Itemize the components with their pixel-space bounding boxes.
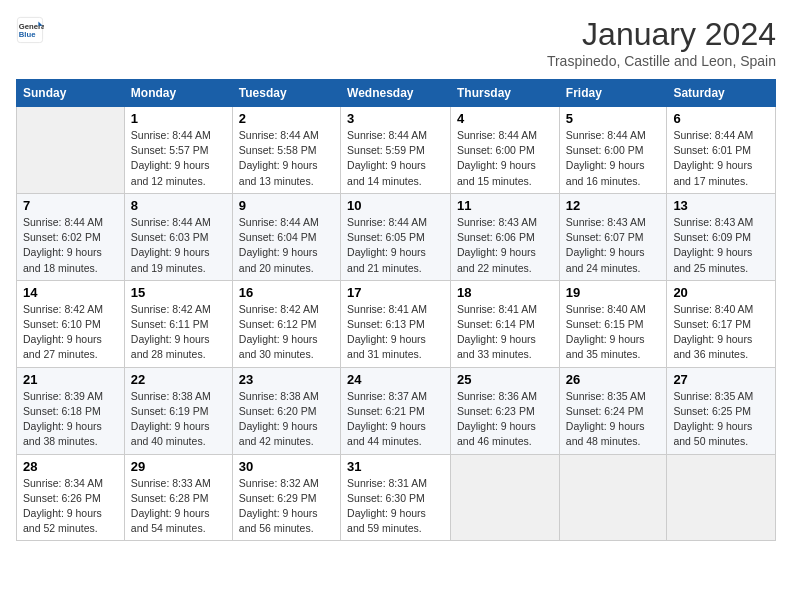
month-title: January 2024 (547, 16, 776, 53)
day-info: Sunrise: 8:41 AMSunset: 6:14 PMDaylight:… (457, 302, 553, 363)
day-number: 1 (131, 111, 226, 126)
day-number: 12 (566, 198, 661, 213)
day-number: 5 (566, 111, 661, 126)
day-cell: 31 Sunrise: 8:31 AMSunset: 6:30 PMDaylig… (341, 454, 451, 541)
day-number: 18 (457, 285, 553, 300)
day-cell: 19 Sunrise: 8:40 AMSunset: 6:15 PMDaylig… (559, 280, 667, 367)
day-info: Sunrise: 8:42 AMSunset: 6:11 PMDaylight:… (131, 302, 226, 363)
day-cell: 8 Sunrise: 8:44 AMSunset: 6:03 PMDayligh… (124, 193, 232, 280)
svg-text:General: General (19, 22, 44, 31)
day-info: Sunrise: 8:39 AMSunset: 6:18 PMDaylight:… (23, 389, 118, 450)
day-cell: 9 Sunrise: 8:44 AMSunset: 6:04 PMDayligh… (232, 193, 340, 280)
day-cell: 20 Sunrise: 8:40 AMSunset: 6:17 PMDaylig… (667, 280, 776, 367)
day-cell: 24 Sunrise: 8:37 AMSunset: 6:21 PMDaylig… (341, 367, 451, 454)
day-cell: 14 Sunrise: 8:42 AMSunset: 6:10 PMDaylig… (17, 280, 125, 367)
day-number: 30 (239, 459, 334, 474)
day-number: 7 (23, 198, 118, 213)
day-cell (559, 454, 667, 541)
day-info: Sunrise: 8:36 AMSunset: 6:23 PMDaylight:… (457, 389, 553, 450)
header-cell-friday: Friday (559, 80, 667, 107)
day-cell: 18 Sunrise: 8:41 AMSunset: 6:14 PMDaylig… (451, 280, 560, 367)
day-number: 10 (347, 198, 444, 213)
day-number: 15 (131, 285, 226, 300)
day-cell: 23 Sunrise: 8:38 AMSunset: 6:20 PMDaylig… (232, 367, 340, 454)
day-number: 31 (347, 459, 444, 474)
location-subtitle: Traspinedo, Castille and Leon, Spain (547, 53, 776, 69)
day-cell (667, 454, 776, 541)
day-number: 6 (673, 111, 769, 126)
day-info: Sunrise: 8:44 AMSunset: 6:01 PMDaylight:… (673, 128, 769, 189)
week-row-4: 21 Sunrise: 8:39 AMSunset: 6:18 PMDaylig… (17, 367, 776, 454)
title-area: January 2024 Traspinedo, Castille and Le… (547, 16, 776, 69)
day-cell: 22 Sunrise: 8:38 AMSunset: 6:19 PMDaylig… (124, 367, 232, 454)
day-info: Sunrise: 8:44 AMSunset: 5:57 PMDaylight:… (131, 128, 226, 189)
day-cell: 13 Sunrise: 8:43 AMSunset: 6:09 PMDaylig… (667, 193, 776, 280)
day-number: 20 (673, 285, 769, 300)
week-row-1: 1 Sunrise: 8:44 AMSunset: 5:57 PMDayligh… (17, 107, 776, 194)
day-info: Sunrise: 8:37 AMSunset: 6:21 PMDaylight:… (347, 389, 444, 450)
day-info: Sunrise: 8:40 AMSunset: 6:17 PMDaylight:… (673, 302, 769, 363)
day-info: Sunrise: 8:32 AMSunset: 6:29 PMDaylight:… (239, 476, 334, 537)
day-number: 23 (239, 372, 334, 387)
day-cell: 7 Sunrise: 8:44 AMSunset: 6:02 PMDayligh… (17, 193, 125, 280)
day-number: 28 (23, 459, 118, 474)
day-number: 17 (347, 285, 444, 300)
day-cell: 21 Sunrise: 8:39 AMSunset: 6:18 PMDaylig… (17, 367, 125, 454)
calendar-table: SundayMondayTuesdayWednesdayThursdayFrid… (16, 79, 776, 541)
day-cell: 29 Sunrise: 8:33 AMSunset: 6:28 PMDaylig… (124, 454, 232, 541)
day-info: Sunrise: 8:35 AMSunset: 6:25 PMDaylight:… (673, 389, 769, 450)
day-cell (451, 454, 560, 541)
day-info: Sunrise: 8:44 AMSunset: 6:05 PMDaylight:… (347, 215, 444, 276)
day-number: 13 (673, 198, 769, 213)
day-cell (17, 107, 125, 194)
day-cell: 17 Sunrise: 8:41 AMSunset: 6:13 PMDaylig… (341, 280, 451, 367)
logo-icon: General Blue (16, 16, 44, 44)
day-cell: 1 Sunrise: 8:44 AMSunset: 5:57 PMDayligh… (124, 107, 232, 194)
day-cell: 16 Sunrise: 8:42 AMSunset: 6:12 PMDaylig… (232, 280, 340, 367)
day-number: 4 (457, 111, 553, 126)
day-cell: 4 Sunrise: 8:44 AMSunset: 6:00 PMDayligh… (451, 107, 560, 194)
day-number: 21 (23, 372, 118, 387)
day-info: Sunrise: 8:43 AMSunset: 6:06 PMDaylight:… (457, 215, 553, 276)
day-cell: 3 Sunrise: 8:44 AMSunset: 5:59 PMDayligh… (341, 107, 451, 194)
day-cell: 6 Sunrise: 8:44 AMSunset: 6:01 PMDayligh… (667, 107, 776, 194)
day-cell: 11 Sunrise: 8:43 AMSunset: 6:06 PMDaylig… (451, 193, 560, 280)
day-info: Sunrise: 8:44 AMSunset: 6:04 PMDaylight:… (239, 215, 334, 276)
logo: General Blue (16, 16, 44, 44)
day-number: 29 (131, 459, 226, 474)
header-cell-saturday: Saturday (667, 80, 776, 107)
day-info: Sunrise: 8:44 AMSunset: 5:58 PMDaylight:… (239, 128, 334, 189)
day-number: 2 (239, 111, 334, 126)
day-info: Sunrise: 8:35 AMSunset: 6:24 PMDaylight:… (566, 389, 661, 450)
header-cell-tuesday: Tuesday (232, 80, 340, 107)
svg-text:Blue: Blue (19, 30, 36, 39)
day-info: Sunrise: 8:42 AMSunset: 6:12 PMDaylight:… (239, 302, 334, 363)
day-number: 25 (457, 372, 553, 387)
day-number: 24 (347, 372, 444, 387)
day-info: Sunrise: 8:43 AMSunset: 6:09 PMDaylight:… (673, 215, 769, 276)
day-cell: 5 Sunrise: 8:44 AMSunset: 6:00 PMDayligh… (559, 107, 667, 194)
day-info: Sunrise: 8:40 AMSunset: 6:15 PMDaylight:… (566, 302, 661, 363)
day-number: 14 (23, 285, 118, 300)
day-cell: 12 Sunrise: 8:43 AMSunset: 6:07 PMDaylig… (559, 193, 667, 280)
header: General Blue January 2024 Traspinedo, Ca… (16, 16, 776, 69)
day-number: 11 (457, 198, 553, 213)
header-cell-wednesday: Wednesday (341, 80, 451, 107)
day-info: Sunrise: 8:43 AMSunset: 6:07 PMDaylight:… (566, 215, 661, 276)
day-cell: 2 Sunrise: 8:44 AMSunset: 5:58 PMDayligh… (232, 107, 340, 194)
day-info: Sunrise: 8:42 AMSunset: 6:10 PMDaylight:… (23, 302, 118, 363)
day-number: 22 (131, 372, 226, 387)
day-info: Sunrise: 8:31 AMSunset: 6:30 PMDaylight:… (347, 476, 444, 537)
day-number: 26 (566, 372, 661, 387)
day-info: Sunrise: 8:41 AMSunset: 6:13 PMDaylight:… (347, 302, 444, 363)
day-cell: 10 Sunrise: 8:44 AMSunset: 6:05 PMDaylig… (341, 193, 451, 280)
day-info: Sunrise: 8:38 AMSunset: 6:20 PMDaylight:… (239, 389, 334, 450)
day-info: Sunrise: 8:44 AMSunset: 6:02 PMDaylight:… (23, 215, 118, 276)
day-info: Sunrise: 8:44 AMSunset: 5:59 PMDaylight:… (347, 128, 444, 189)
day-info: Sunrise: 8:44 AMSunset: 6:00 PMDaylight:… (566, 128, 661, 189)
day-info: Sunrise: 8:44 AMSunset: 6:00 PMDaylight:… (457, 128, 553, 189)
header-cell-sunday: Sunday (17, 80, 125, 107)
day-number: 8 (131, 198, 226, 213)
day-info: Sunrise: 8:44 AMSunset: 6:03 PMDaylight:… (131, 215, 226, 276)
day-cell: 30 Sunrise: 8:32 AMSunset: 6:29 PMDaylig… (232, 454, 340, 541)
